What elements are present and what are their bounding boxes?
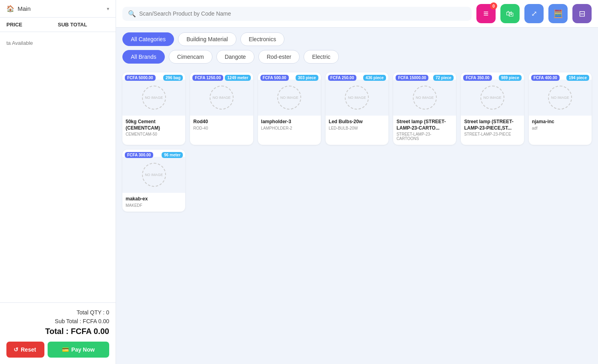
no-image-placeholder: NO IMAGE — [142, 86, 166, 110]
product-name: njama-inc — [532, 119, 588, 125]
top-bar: 🔍 ≡ 0 🛍 ⤢ 🧮 ⊟ — [116, 0, 598, 28]
total-qty: Total QTY : 0 — [6, 309, 109, 316]
product-card[interactable]: FCFA 15000.00 72 piece NO IMAGE Street l… — [393, 72, 456, 145]
cart-button[interactable]: 🛍 — [500, 4, 520, 23]
card-body: Street lamp (STREET-LAMP-23-PIECE,ST... … — [461, 116, 524, 140]
no-image-placeholder: NO IMAGE — [413, 86, 437, 110]
qty-badge: 72 piece — [433, 75, 454, 81]
search-input[interactable] — [139, 10, 466, 17]
card-image: NO IMAGE — [190, 80, 253, 116]
card-badges: FCFA 250.00 436 piece — [326, 72, 388, 81]
expand-button[interactable]: ⤢ — [524, 4, 544, 23]
card-badges: FCFA 15000.00 72 piece — [393, 72, 456, 81]
no-image-placeholder: NO IMAGE — [277, 86, 301, 110]
price-badge: FCFA 1250.00 — [192, 75, 223, 81]
dashboard-icon: ⊟ — [579, 9, 586, 18]
product-name: Street lamp (STREET-LAMP-23-CARTO... — [396, 119, 453, 131]
left-panel: 🏠 Main ▾ PRICE SUB TOTAL ta Available To… — [0, 0, 116, 364]
price-badge: FCFA 15000.00 — [396, 75, 428, 81]
product-code: LED-BULB-20W — [329, 126, 385, 130]
reset-label: Reset — [21, 346, 36, 353]
product-card[interactable]: FCFA 350.00 989 piece NO IMAGE Street la… — [461, 72, 524, 145]
footer-buttons: ↺ Reset 💳 Pay Now — [6, 342, 109, 358]
product-code: CEMENTCAM-50 — [126, 132, 182, 136]
list-button[interactable]: ≡ 0 — [476, 4, 496, 23]
product-name: lampholder-3 — [261, 119, 318, 125]
search-icon: 🔍 — [128, 10, 136, 18]
no-image-placeholder: NO IMAGE — [142, 163, 166, 187]
card-image: NO IMAGE — [122, 80, 185, 116]
list-icon: ≡ — [484, 9, 489, 18]
product-code: MAKEDF — [126, 203, 182, 208]
no-image-placeholder: NO IMAGE — [345, 86, 369, 110]
product-card[interactable]: FCFA 5000.00 296 bag NO IMAGE 50kg Cemen… — [122, 72, 185, 145]
cart-icon: 🛍 — [506, 9, 514, 18]
product-grid: FCFA 5000.00 296 bag NO IMAGE 50kg Cemen… — [122, 72, 592, 212]
product-card[interactable]: FCFA 500.00 303 piece NO IMAGE lampholde… — [258, 72, 321, 145]
left-footer: Total QTY : 0 Sub Total : FCFA 0.00 Tota… — [0, 302, 116, 364]
filter-dangote[interactable]: Dangote — [216, 50, 254, 64]
expand-icon: ⤢ — [531, 9, 537, 18]
main-label: Main — [18, 5, 104, 12]
product-card[interactable]: FCFA 400.00 194 piece NO IMAGE njama-inc… — [529, 72, 592, 145]
qty-badge: 1249 meter — [225, 75, 250, 81]
right-panel: 🔍 ≡ 0 🛍 ⤢ 🧮 ⊟ All Categories Building Ma… — [116, 0, 598, 364]
product-code: STREET-LAMP-23-PIECE — [464, 132, 520, 136]
brand-filter-row: All Brands Cimencam Dangote Rod-ester El… — [122, 50, 592, 64]
filter-rod-ester[interactable]: Rod-ester — [258, 50, 300, 64]
filter-all-categories[interactable]: All Categories — [122, 32, 174, 46]
pay-now-button[interactable]: 💳 Pay Now — [48, 342, 109, 358]
dashboard-button[interactable]: ⊟ — [572, 4, 592, 23]
product-card[interactable]: FCFA 250.00 436 piece NO IMAGE Led Bulbs… — [326, 72, 388, 145]
card-body: njama-inc adf — [529, 116, 592, 134]
category-filter-row: All Categories Building Material Electro… — [122, 32, 592, 46]
table-content: ta Available — [0, 32, 116, 302]
filter-cimencam[interactable]: Cimencam — [169, 50, 212, 64]
qty-badge: 296 bag — [163, 75, 183, 81]
total-main: Total : FCFA 0.00 — [6, 327, 109, 336]
search-wrapper: 🔍 — [122, 7, 472, 21]
product-card[interactable]: FCFA 1250.00 1249 meter NO IMAGE Rod40 R… — [190, 72, 253, 145]
card-image: NO IMAGE — [122, 157, 185, 193]
product-code: LAMPHOLDER-2 — [261, 126, 318, 130]
qty-badge: 303 piece — [296, 75, 318, 81]
product-code: STREET-LAMP-23-CARTOONS — [396, 132, 453, 141]
card-body: 50kg Cement (CEMENTCAM) CEMENTCAM-50 — [122, 116, 185, 140]
filter-all-brands[interactable]: All Brands — [122, 50, 165, 64]
filter-electric[interactable]: Electric — [304, 50, 339, 64]
product-name: 50kg Cement (CEMENTCAM) — [126, 119, 182, 131]
price-badge: FCFA 300.00 — [125, 152, 153, 158]
qty-badge: 194 piece — [566, 75, 589, 81]
qty-badge: 436 piece — [363, 75, 386, 81]
calculator-icon: 🧮 — [553, 9, 563, 18]
card-image: NO IMAGE — [326, 80, 388, 116]
home-icon: 🏠 — [6, 5, 14, 12]
calculator-button[interactable]: 🧮 — [548, 4, 568, 23]
filter-area: All Categories Building Material Electro… — [116, 28, 598, 68]
card-badges: FCFA 300.00 96 meter — [122, 150, 185, 158]
main-header[interactable]: 🏠 Main ▾ — [0, 0, 116, 18]
card-image: NO IMAGE — [461, 80, 524, 116]
card-badges: FCFA 400.00 194 piece — [529, 72, 592, 81]
product-name: Led Bulbs-20w — [329, 119, 385, 125]
product-code: ROD-40 — [193, 126, 250, 130]
card-badges: FCFA 5000.00 296 bag — [122, 72, 185, 81]
product-name: Street lamp (STREET-LAMP-23-PIECE,ST... — [464, 119, 520, 131]
qty-badge: 96 meter — [162, 152, 183, 158]
filter-electronics[interactable]: Electronics — [240, 32, 284, 46]
card-image: NO IMAGE — [529, 80, 592, 116]
card-image: NO IMAGE — [393, 80, 456, 116]
price-badge: FCFA 500.00 — [260, 75, 289, 81]
subtotal-header: SUB TOTAL — [58, 22, 110, 28]
card-badges: FCFA 1250.00 1249 meter — [190, 72, 253, 81]
card-body: Led Bulbs-20w LED-BULB-20W — [326, 116, 388, 134]
list-badge: 0 — [490, 2, 497, 10]
chevron-down-icon: ▾ — [107, 6, 109, 12]
card-body: Street lamp (STREET-LAMP-23-CARTO... STR… — [393, 116, 456, 145]
product-card[interactable]: FCFA 300.00 96 meter NO IMAGE makab-ex M… — [122, 150, 185, 212]
card-body: lampholder-3 LAMPHOLDER-2 — [258, 116, 321, 134]
filter-building-material[interactable]: Building Material — [178, 32, 236, 46]
reset-button[interactable]: ↺ Reset — [6, 342, 44, 358]
sub-total: Sub Total : FCFA 0.00 — [6, 318, 109, 324]
product-code: adf — [532, 126, 588, 130]
